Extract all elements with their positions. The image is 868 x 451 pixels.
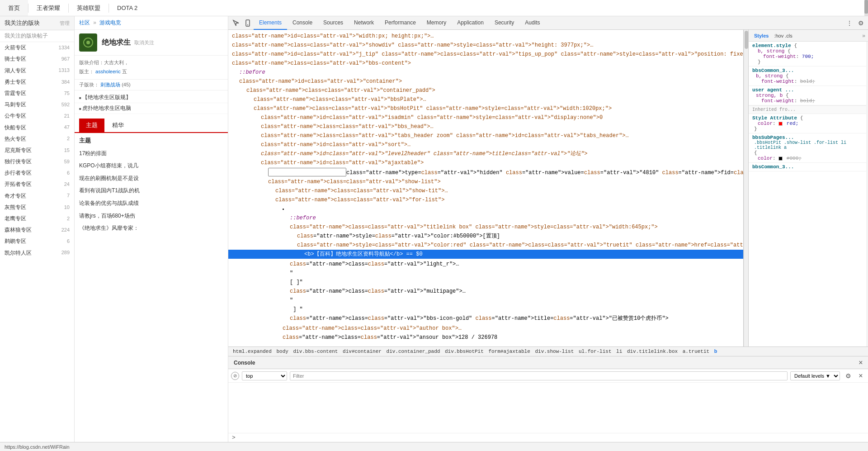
html-tree-line[interactable]: "	[228, 296, 743, 305]
sidebar-item-1[interactable]: 骑士专区967	[0, 53, 74, 65]
breadcrumb-titlelink[interactable]: div.titlelink.box	[627, 349, 678, 354]
nav-home[interactable]: 首页	[0, 0, 28, 16]
sidebar-item-15[interactable]: 老鹰专区2	[0, 213, 74, 224]
html-tree-line[interactable]: class="attr-name">class=class="attr-val"…	[228, 177, 743, 186]
breadcrumb-html[interactable]: html.expanded	[233, 349, 272, 354]
sidebar-item-3[interactable]: 勇士专区384	[0, 76, 74, 88]
html-tree-line[interactable]: class="attr-name">class=class="attr-val"…	[228, 324, 743, 333]
styles-chevron[interactable]: »	[862, 33, 865, 39]
announcement-2[interactable]: 虎扑绝地求生区电脑	[75, 103, 228, 114]
console-filter-input[interactable]	[290, 371, 788, 380]
devtools-tab-sources[interactable]: Sources	[318, 16, 349, 30]
breadcrumb-container[interactable]: div#container	[343, 349, 382, 354]
sidebar-item-0[interactable]: 火箭专区1334	[0, 42, 74, 53]
sidebar-my-posts[interactable]: 我关注的版块帖子	[0, 30, 74, 42]
sidebar-item-9[interactable]: 尼克斯专区15	[0, 145, 74, 156]
html-tree-line[interactable]: class="attr-name">id=class="attr-val">"s…	[228, 140, 743, 149]
html-tree-line[interactable]: class="attr-name">style=class="attr-val"…	[228, 241, 743, 250]
topic-item-3[interactable]: 看到有说国内T1战队的机	[79, 185, 223, 197]
breadcrumb-bbshotpit[interactable]: div.bbsHotPit	[445, 349, 484, 354]
devtools-tab-memory[interactable]: Memory	[421, 16, 452, 30]
html-tree-line[interactable]: class="attr-name">class=class="attr-val"…	[228, 131, 743, 140]
console-close-btn[interactable]: ×	[856, 358, 865, 367]
sidebar-item-4[interactable]: 雷霆专区75	[0, 88, 74, 99]
devtools-tab-network[interactable]: Network	[349, 16, 379, 30]
forum-unsub-link[interactable]: 取消关注	[134, 39, 154, 46]
html-tree-line[interactable]: class="attr-name">class=class="attr-val"…	[228, 95, 743, 104]
html-tree-line[interactable]: class="attr-name">class=class="attr-val"…	[228, 186, 743, 195]
console-input[interactable]	[238, 435, 864, 441]
devtools-select-element-btn[interactable]	[230, 17, 242, 29]
topic-item-4[interactable]: 论装备的优劣与战队成绩	[79, 197, 223, 210]
html-tree-line[interactable]: class="attr-name">class=class="attr-val"…	[228, 104, 743, 113]
sidebar-item-16[interactable]: 森林狼专区224	[0, 224, 74, 236]
announcement-1[interactable]: 【绝地求生区版规】	[75, 92, 228, 103]
sidebar-item-13[interactable]: 奇才专区7	[0, 190, 74, 202]
topic-item-6[interactable]: 《绝地求生》风靡专家：	[79, 222, 223, 235]
html-tree-line[interactable]: class="attr-name">class=class="attr-val"…	[228, 223, 743, 232]
html-tree-line[interactable]: class="attr-name">class=class="attr-val"…	[228, 122, 743, 131]
sidebar-item-8[interactable]: 热火专区2	[0, 133, 74, 145]
html-tree-line[interactable]: ::before	[228, 214, 743, 223]
styles-cls-tab[interactable]: :hov .cls	[771, 32, 795, 39]
breadcrumb-b-selected[interactable]: b	[714, 349, 717, 354]
breadcrumb-community[interactable]: 社区	[79, 19, 90, 26]
html-tree-line[interactable]: class="attr-name">class=class="attr-val"…	[228, 195, 743, 204]
sidebar-item-12[interactable]: 开拓者专区24	[0, 179, 74, 190]
sidebar-item-6[interactable]: 公牛专区21	[0, 110, 74, 122]
breadcrumb-container-padd[interactable]: div.container_padd	[387, 349, 440, 354]
html-panel-scrollbar[interactable]	[744, 30, 748, 347]
breadcrumb-for-list[interactable]: ul.for-list	[579, 349, 612, 354]
html-tree-line[interactable]: class="attr-name">class=class="attr-val"…	[228, 333, 743, 342]
html-tree-line[interactable]: class="attr-name">id=class="attr-val">"l…	[228, 149, 743, 158]
sidebar-item-7[interactable]: 快船专区47	[0, 122, 74, 133]
html-tree-line[interactable]: [ ]"	[228, 278, 743, 287]
sidebar-item-14[interactable]: 灰熊专区10	[0, 202, 74, 213]
html-tree-line[interactable]: "	[228, 269, 743, 278]
forum-master-link[interactable]: assholeeric	[95, 69, 121, 74]
devtools-tab-console[interactable]: Console	[287, 16, 318, 30]
html-tree-line[interactable]: class="attr-name">type=class="attr-val">…	[228, 167, 743, 177]
html-tree-line[interactable]: class="attr-name">id=class="attr-val">"j…	[228, 50, 743, 59]
sidebar-item-17[interactable]: 鹈鹕专区6	[0, 236, 74, 247]
html-tree-line[interactable]: class="attr-name">class=class="attr-val"…	[228, 287, 743, 296]
nav-wzry[interactable]: 王者荣耀	[28, 0, 68, 16]
sidebar-manage-link[interactable]: 管理	[60, 20, 70, 27]
breadcrumb-li[interactable]: li	[616, 349, 622, 354]
breadcrumb-category[interactable]: 游戏电竞	[99, 19, 121, 26]
sidebar-item-10[interactable]: 独行侠专区59	[0, 156, 74, 167]
html-tree-line[interactable]: class="attr-name">id=class="attr-val">"c…	[228, 77, 743, 86]
console-level-select[interactable]: Default levels ▼	[790, 371, 840, 380]
breadcrumb-body[interactable]: body	[276, 349, 288, 354]
subforum-link[interactable]: 刺激战场	[100, 82, 120, 87]
html-tree-line[interactable]: class="attr-name">style=class="attr-val"…	[228, 232, 743, 241]
html-tree-line[interactable]	[228, 204, 743, 214]
tab-topic[interactable]: 主题	[79, 119, 104, 132]
nav-dota2[interactable]: DOTA 2	[109, 0, 146, 16]
devtools-tab-audits[interactable]: Audits	[519, 16, 545, 30]
breadcrumb-ajaxtable[interactable]: form#ajaxtable	[488, 349, 530, 354]
html-tree-line[interactable]: class="attr-name">id=class="attr-val">"w…	[228, 32, 743, 41]
devtools-more-btn[interactable]: ⋮	[844, 17, 855, 29]
devtools-settings-btn[interactable]: ⚙	[855, 18, 866, 28]
sidebar-item-11[interactable]: 步行者专区6	[0, 167, 74, 179]
styles-tab[interactable]: Styles	[751, 32, 771, 39]
topic-item-1[interactable]: KGPO小组赛结束，说几	[79, 160, 223, 172]
devtools-mobile-btn[interactable]	[242, 17, 254, 29]
console-settings-btn[interactable]: ⚙	[843, 370, 854, 381]
console-clear-btn[interactable]: ⊘	[231, 372, 239, 380]
html-tree-line[interactable]: class="attr-name">id=class="attr-val">"a…	[228, 158, 743, 167]
sidebar-item-18[interactable]: 凯尔特人区289	[0, 247, 74, 259]
html-tree-line[interactable]: class="attr-name">class=class="attr-val"…	[228, 59, 743, 68]
breadcrumb-bbs-content[interactable]: div.bbs-content	[293, 349, 338, 354]
devtools-tab-security[interactable]: Security	[489, 16, 519, 30]
devtools-tab-performance[interactable]: Performance	[379, 16, 421, 30]
html-tree-line[interactable]: class="attr-name">class=class="attr-val"…	[228, 314, 743, 323]
html-tree-line[interactable]: class="attr-name">class=class="attr-val"…	[228, 41, 743, 50]
devtools-tab-elements[interactable]: Elements	[254, 16, 287, 30]
tab-featured[interactable]: 精华	[105, 119, 131, 132]
sidebar-item-5[interactable]: 马刺专区592	[0, 99, 74, 110]
topic-item-2[interactable]: 现在的刷圈机制是不是设	[79, 172, 223, 185]
devtools-tab-application[interactable]: Application	[452, 16, 489, 30]
console-close-x-btn[interactable]: ×	[856, 371, 865, 380]
